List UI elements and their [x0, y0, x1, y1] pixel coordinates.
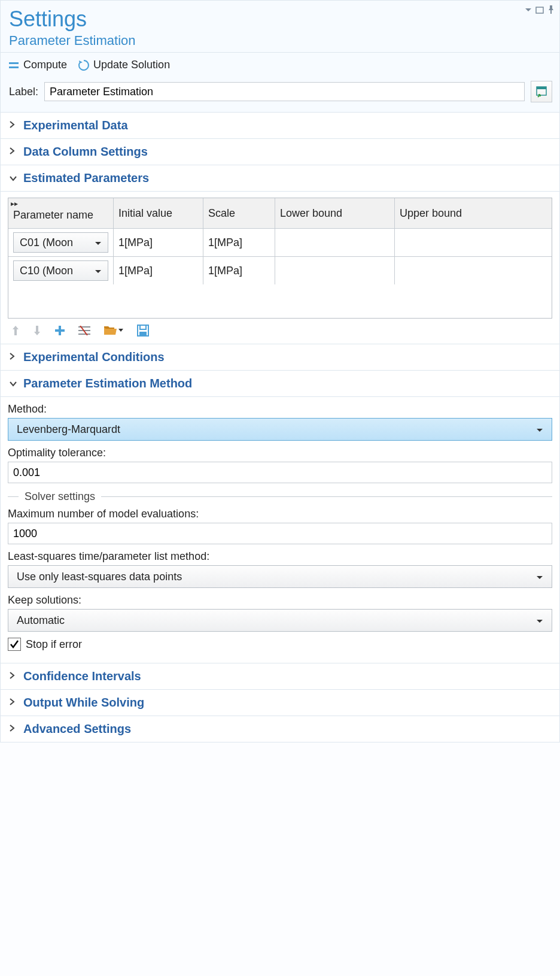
stop-if-error-label: Stop if error [26, 638, 82, 651]
section-experimental-conditions[interactable]: Experimental Conditions [0, 344, 560, 371]
section-title: Experimental Data [23, 119, 128, 132]
compute-label: Compute [23, 59, 67, 71]
stop-if-error-checkbox[interactable] [8, 638, 21, 651]
section-title: Advanced Settings [23, 722, 131, 736]
cell-upper-bound[interactable] [395, 229, 552, 256]
stop-if-error-row: Stop if error [8, 638, 552, 651]
parameter-name-select[interactable]: C01 (Moon [13, 232, 108, 253]
column-initial-value[interactable]: Initial value [114, 198, 203, 228]
svg-rect-2 [9, 66, 19, 68]
column-lower-bound[interactable]: Lower bound [275, 198, 395, 228]
delete-row-button[interactable] [78, 326, 90, 335]
section-title: Data Column Settings [23, 145, 148, 159]
section-experimental-data[interactable]: Experimental Data [0, 113, 560, 139]
table-toolbar [8, 319, 552, 337]
column-parameter-name[interactable]: ▸▸ Parameter name [8, 198, 114, 228]
action-toolbar: Compute Update Solution [0, 53, 560, 75]
table-header-row: ▸▸ Parameter name Initial value Scale Lo… [8, 198, 552, 228]
svg-rect-0 [536, 7, 543, 13]
panel-subtitle: Parameter Estimation [9, 33, 551, 49]
section-advanced-settings[interactable]: Advanced Settings [0, 716, 560, 742]
load-from-file-button[interactable] [104, 325, 124, 336]
chevron-right-icon [9, 147, 17, 157]
caret-down-icon [95, 265, 102, 277]
label-caption: Label: [9, 86, 38, 98]
chevron-down-icon [9, 378, 17, 389]
cell-upper-bound[interactable] [395, 257, 552, 284]
panel-title: Settings [9, 7, 551, 32]
chevron-right-icon [9, 724, 17, 735]
go-to-source-button[interactable] [531, 81, 552, 102]
parameter-name-select[interactable]: C10 (Moon [13, 260, 108, 281]
solver-settings-legend: Solver settings [8, 490, 552, 503]
ls-method-label: Least-squares time/parameter list method… [8, 550, 552, 563]
svg-rect-1 [9, 62, 19, 64]
section-title: Output While Solving [23, 696, 144, 710]
section-data-column-settings[interactable]: Data Column Settings [0, 139, 560, 165]
optimality-tolerance-input[interactable] [8, 462, 552, 483]
panel-header: Settings Parameter Estimation [0, 0, 560, 53]
chevron-right-icon [9, 120, 17, 131]
section-title: Parameter Estimation Method [23, 377, 192, 390]
section-confidence-intervals[interactable]: Confidence Intervals [0, 663, 560, 690]
minimize-dropdown-icon[interactable] [525, 4, 532, 17]
compute-button[interactable]: Compute [9, 59, 67, 71]
solver-settings-fieldset: Solver settings Maximum number of model … [8, 490, 552, 651]
chevron-right-icon [9, 352, 17, 363]
table-row: C10 (Moon 1[MPa] 1[MPa] [8, 256, 552, 284]
column-scale[interactable]: Scale [203, 198, 275, 228]
chevron-right-icon [9, 671, 17, 682]
caret-down-icon [536, 423, 543, 436]
section-output-while-solving[interactable]: Output While Solving [0, 690, 560, 716]
keep-solutions-label: Keep solutions: [8, 594, 552, 607]
section-title: Estimated Parameters [23, 171, 149, 185]
label-row: Label: [0, 75, 560, 113]
cell-initial-value[interactable]: 1[MPa] [114, 257, 203, 284]
estimated-parameters-body: ▸▸ Parameter name Initial value Scale Lo… [0, 192, 560, 344]
pin-icon[interactable] [547, 4, 555, 17]
optimality-tolerance-label: Optimality tolerance: [8, 447, 552, 459]
select-value: C10 (Moon [20, 265, 73, 277]
label-input[interactable] [44, 82, 525, 101]
window-controls [525, 4, 555, 17]
caret-down-icon [536, 614, 543, 627]
max-evaluations-input[interactable] [8, 523, 552, 544]
caret-down-icon [95, 237, 102, 249]
cell-scale[interactable]: 1[MPa] [203, 257, 275, 284]
method-dropdown[interactable]: Levenberg-Marquardt [8, 418, 552, 441]
dropdown-value: Levenberg-Marquardt [17, 423, 120, 436]
maximize-icon[interactable] [535, 4, 544, 17]
parameters-table: ▸▸ Parameter name Initial value Scale Lo… [8, 198, 552, 319]
dropdown-value: Automatic [17, 614, 65, 627]
chevron-down-icon [9, 173, 17, 184]
max-evaluations-label: Maximum number of model evaluations: [8, 508, 552, 520]
section-estimated-parameters[interactable]: Estimated Parameters [0, 165, 560, 192]
method-body: Method: Levenberg-Marquardt Optimality t… [0, 397, 560, 663]
move-up-button[interactable] [11, 325, 20, 337]
svg-rect-6 [55, 329, 65, 332]
update-solution-button[interactable]: Update Solution [78, 59, 170, 71]
save-to-file-button[interactable] [137, 325, 149, 337]
keep-solutions-dropdown[interactable]: Automatic [8, 609, 552, 632]
section-title: Confidence Intervals [23, 669, 141, 683]
svg-rect-4 [537, 87, 546, 89]
add-row-button[interactable] [54, 325, 65, 336]
table-empty-area [8, 284, 552, 318]
cell-lower-bound[interactable] [275, 257, 395, 284]
dropdown-value: Use only least-squares data points [17, 571, 182, 583]
svg-rect-13 [139, 332, 147, 336]
table-row: C01 (Moon 1[MPa] 1[MPa] [8, 228, 552, 256]
method-label: Method: [8, 403, 552, 416]
select-value: C01 (Moon [20, 237, 73, 249]
update-solution-label: Update Solution [93, 59, 170, 71]
move-down-button[interactable] [33, 325, 41, 337]
cell-lower-bound[interactable] [275, 229, 395, 256]
cell-initial-value[interactable]: 1[MPa] [114, 229, 203, 256]
section-title: Experimental Conditions [23, 350, 165, 364]
expand-columns-icon[interactable]: ▸▸ [11, 199, 18, 208]
cell-scale[interactable]: 1[MPa] [203, 229, 275, 256]
ls-method-dropdown[interactable]: Use only least-squares data points [8, 565, 552, 588]
caret-down-icon [536, 571, 543, 583]
section-method[interactable]: Parameter Estimation Method [0, 371, 560, 397]
column-upper-bound[interactable]: Upper bound [395, 198, 552, 228]
